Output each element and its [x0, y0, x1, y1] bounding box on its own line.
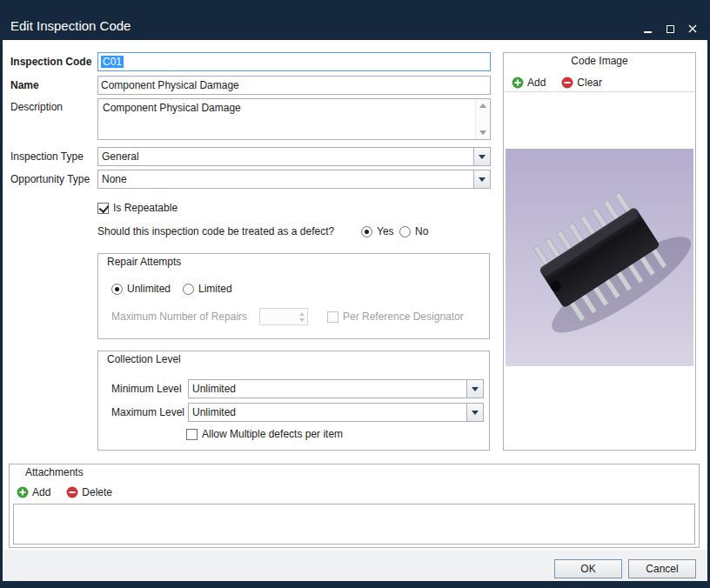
minimize-button[interactable] — [639, 21, 656, 37]
maximize-button[interactable] — [661, 21, 679, 37]
limited-radio-label: Limited — [198, 283, 232, 295]
opportunity-type-label: Opportunity Type — [10, 170, 90, 189]
ok-button[interactable]: OK — [554, 559, 622, 578]
window-title: Edit Inspection Code — [10, 18, 131, 33]
unlimited-radio-row[interactable]: Unlimited — [111, 282, 171, 296]
inspection-type-dropdown-button[interactable] — [473, 148, 490, 165]
description-label: Description — [10, 97, 63, 117]
per-reference-row: Per Reference Designator — [327, 310, 464, 324]
chevron-down-icon — [479, 177, 486, 182]
repair-attempts-group: Repair Attempts Unlimited Limited Maximu… — [97, 253, 490, 339]
maximize-icon — [666, 25, 674, 33]
maximum-level-dropdown-button[interactable] — [466, 404, 483, 421]
opportunity-type-dropdown-button[interactable] — [473, 170, 490, 188]
limited-radio-row[interactable]: Limited — [183, 282, 232, 296]
is-repeatable-checkbox[interactable] — [97, 203, 109, 214]
chevron-down-icon — [472, 387, 479, 391]
maximum-level-label: Maximum Level — [111, 403, 184, 422]
description-textarea[interactable]: Component Physical Damage — [97, 98, 491, 140]
window-controls — [639, 21, 701, 37]
clear-icon — [561, 77, 573, 89]
minimum-level-label: Minimum Level — [111, 379, 182, 398]
delete-icon — [66, 486, 78, 498]
per-reference-checkbox — [327, 311, 338, 323]
defect-no-radio-row[interactable]: No — [399, 224, 428, 238]
is-repeatable-row[interactable]: Is Repeatable — [97, 201, 178, 215]
textarea-scrollbar[interactable] — [475, 99, 490, 139]
attachments-list[interactable] — [13, 504, 695, 545]
dialog-content: Inspection Code Name Description Inspect… — [3, 40, 707, 581]
scroll-down-icon[interactable] — [479, 130, 486, 135]
unlimited-radio-label: Unlimited — [127, 283, 171, 295]
code-image-clear-label: Clear — [577, 77, 602, 89]
close-button[interactable] — [684, 21, 701, 37]
max-repairs-label: Maximum Number of Repairs — [111, 308, 247, 325]
inspection-code-label: Inspection Code — [10, 52, 91, 71]
attachments-delete-label: Delete — [82, 486, 112, 498]
allow-multiple-label: Allow Multiple defects per item — [202, 428, 343, 440]
minimum-level-select[interactable]: Unlimited — [188, 379, 484, 398]
chevron-down-icon — [479, 155, 486, 159]
minimum-level-dropdown-button[interactable] — [466, 380, 483, 398]
unlimited-radio[interactable] — [111, 284, 123, 295]
is-repeatable-label: Is Repeatable — [113, 202, 178, 214]
defect-yes-radio[interactable] — [361, 226, 372, 237]
scroll-up-icon[interactable] — [479, 104, 486, 108]
code-image-add-button[interactable]: Add — [512, 77, 546, 89]
attachments-toolbar: Add Delete — [17, 484, 112, 501]
name-label: Name — [10, 76, 39, 95]
minimize-icon — [644, 31, 652, 33]
attachments-add-label: Add — [32, 486, 50, 498]
defect-no-radio[interactable] — [399, 226, 411, 237]
maximum-level-value: Unlimited — [189, 406, 466, 418]
description-value: Component Physical Damage — [103, 102, 241, 114]
name-value: Component Physical Damage — [101, 79, 239, 91]
opportunity-type-select[interactable]: None — [97, 170, 491, 189]
inspection-type-select[interactable]: General — [97, 147, 491, 166]
defect-question-text: Should this inspection code be treated a… — [97, 224, 334, 238]
per-reference-label: Per Reference Designator — [343, 311, 464, 323]
cancel-button[interactable]: Cancel — [628, 559, 696, 578]
spinner-arrows — [299, 309, 305, 324]
limited-radio[interactable] — [183, 284, 194, 295]
chevron-down-icon — [472, 411, 479, 415]
defect-no-label: No — [415, 225, 428, 237]
attachments-title: Attachments — [25, 466, 84, 478]
inspection-code-input[interactable]: C01 — [97, 52, 491, 71]
code-image-group: Code Image Add Clear — [503, 52, 696, 451]
attachments-delete-button[interactable]: Delete — [66, 486, 112, 498]
name-input[interactable]: Component Physical Damage — [97, 76, 491, 95]
code-image-toolbar: Add Clear — [505, 73, 694, 92]
opportunity-type-value: None — [98, 173, 473, 185]
spinner-down-icon — [299, 318, 305, 322]
max-repairs-spinner — [259, 308, 308, 325]
edit-inspection-code-dialog: Edit Inspection Code Inspection Code Nam… — [0, 0, 710, 588]
spinner-up-icon — [299, 312, 305, 316]
collection-level-group: Collection Level Minimum Level Unlimited… — [97, 351, 490, 451]
collection-level-title: Collection Level — [107, 353, 181, 365]
defect-yes-label: Yes — [377, 225, 394, 237]
close-icon — [688, 24, 697, 33]
titlebar[interactable]: Edit Inspection Code — [0, 0, 710, 40]
minimum-level-value: Unlimited — [189, 383, 466, 395]
code-image-photo — [506, 149, 693, 366]
code-image-add-label: Add — [527, 77, 546, 89]
maximum-level-select[interactable]: Unlimited — [188, 403, 484, 422]
add-icon — [17, 486, 29, 498]
allow-multiple-row[interactable]: Allow Multiple defects per item — [186, 427, 343, 441]
code-image-title: Code Image — [504, 55, 695, 67]
allow-multiple-checkbox[interactable] — [186, 429, 198, 440]
attachments-add-button[interactable]: Add — [17, 486, 50, 498]
code-image-clear-button[interactable]: Clear — [561, 77, 602, 89]
defect-yes-radio-row[interactable]: Yes — [361, 224, 394, 238]
add-icon — [512, 77, 524, 89]
repair-attempts-title: Repair Attempts — [107, 256, 181, 268]
attachments-group: Attachments Add Delete — [9, 464, 700, 548]
inspection-code-value: C01 — [101, 56, 124, 68]
inspection-type-value: General — [98, 150, 473, 163]
inspection-type-label: Inspection Type — [10, 147, 84, 166]
